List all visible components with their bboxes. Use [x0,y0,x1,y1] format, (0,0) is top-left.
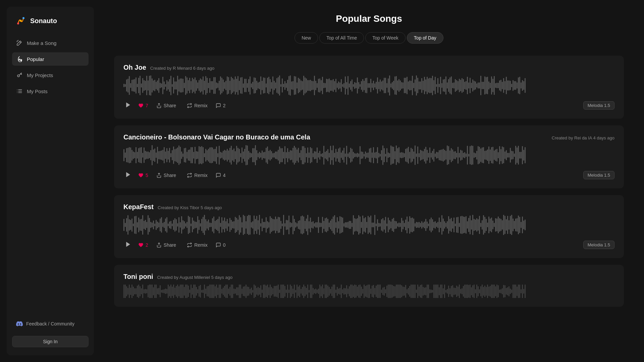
waveform-oh-joe [123,75,614,96]
tab-top-all-time[interactable]: Top of All Time [319,32,364,44]
sidebar-item-my-projects[interactable]: My Projects [12,68,89,82]
popular-label: Popular [27,56,44,62]
remix-label-kepafest: Remix [194,242,208,248]
wand-icon [16,40,23,46]
model-tag-kepafest: Melodia 1.5 [583,241,614,249]
like-count-oh-joe: 7 [146,103,148,108]
song-title-oh-joe: Oh Joe [123,64,146,71]
like-button-kepafest[interactable]: 2 [138,242,148,248]
like-count-kepafest: 2 [146,242,148,248]
share-label-kepafest: Share [164,242,176,248]
like-button-cancioneiro[interactable]: 5 [138,173,148,178]
logo-area: Sonauto [12,15,89,27]
model-tag-oh-joe: Melodia 1.5 [583,101,614,110]
remix-label-cancioneiro: Remix [194,173,208,178]
main-content: Popular Songs New Top of All Time Top of… [94,0,644,362]
song-header-oh-joe: Oh Joe Created by R Menard 6 days ago [123,64,614,71]
sidebar-item-feedback[interactable]: Feedback / Community [12,317,89,330]
like-count-cancioneiro: 5 [146,173,148,178]
comment-count-oh-joe: 2 [223,103,226,108]
sidebar-item-popular[interactable]: Popular [12,52,89,66]
song-header-kepafest: KepaFest Created by Kiss Tibor 5 days ag… [123,203,614,211]
controls-cancioneiro: 5 Share Remix 4 Melodia 1.5 [123,170,614,180]
share-button-kepafest[interactable]: Share [154,241,179,249]
waveform-kepafest [123,215,614,235]
svg-marker-18 [126,172,130,177]
song-card-oh-joe: Oh Joe Created by R Menard 6 days ago 7 … [114,56,624,119]
comment-count-cancioneiro: 4 [223,173,226,178]
comment-button-cancioneiro[interactable]: 4 [216,173,226,178]
tab-top-day[interactable]: Top of Day [407,32,443,44]
comment-button-kepafest[interactable]: 0 [216,242,226,248]
song-title-kepafest: KepaFest [123,203,154,211]
song-meta-toni-poni: Created by August Milleniel 5 days ago [157,275,233,280]
model-tag-cancioneiro: Melodia 1.5 [583,171,614,179]
flame-icon [16,56,23,62]
song-meta-kepafest: Created by Kiss Tibor 5 days ago [158,205,222,210]
song-card-cancioneiro: Cancioneiro - Bolsonaro Vai Cagar no Bur… [114,125,624,188]
svg-marker-20 [126,242,130,247]
share-label-oh-joe: Share [164,103,176,108]
remix-label-oh-joe: Remix [194,103,208,108]
play-button-cancioneiro[interactable] [123,170,133,180]
svg-line-5 [17,41,18,41]
play-button-kepafest[interactable] [123,240,133,250]
sidebar: Sonauto Make a Song Popular My Project [7,7,94,355]
controls-kepafest: 2 Share Remix 0 Melodia 1.5 [123,240,614,250]
make-a-song-label: Make a Song [27,40,56,46]
sidebar-item-my-posts[interactable]: My Posts [12,84,89,98]
tabs-bar: New Top of All Time Top of Week Top of D… [114,32,624,44]
play-button-oh-joe[interactable] [123,100,133,111]
svg-line-4 [19,42,21,43]
remix-button-kepafest[interactable]: Remix [184,241,210,249]
feedback-label: Feedback / Community [26,321,74,326]
share-label-cancioneiro: Share [164,173,176,178]
app-name: Sonauto [30,17,57,25]
tab-top-week[interactable]: Top of Week [365,32,406,44]
song-title-cancioneiro: Cancioneiro - Bolsonaro Vai Cagar no Bur… [123,133,310,141]
key-icon [16,72,23,78]
song-title-toni-poni: Toni poni [123,273,153,281]
sidebar-item-make-a-song[interactable]: Make a Song [12,36,89,50]
controls-oh-joe: 7 Share Remix 2 Melodia 1.5 [123,100,614,111]
list-icon [16,88,23,95]
remix-button-oh-joe[interactable]: Remix [184,102,210,110]
svg-point-1 [17,22,19,24]
svg-marker-16 [126,103,130,108]
waveform-cancioneiro [123,145,614,165]
my-posts-label: My Posts [27,88,48,94]
comment-button-oh-joe[interactable]: 2 [216,103,226,108]
discord-icon [16,320,23,327]
comment-count-kepafest: 0 [223,242,226,248]
tab-new[interactable]: New [294,32,318,44]
app-logo-icon [15,15,27,27]
song-header-toni-poni: Toni poni Created by August Milleniel 5 … [123,273,614,281]
remix-button-cancioneiro[interactable]: Remix [184,171,210,179]
song-card-kepafest: KepaFest Created by Kiss Tibor 5 days ag… [114,195,624,258]
song-meta-oh-joe: Created by R Menard 6 days ago [150,66,215,71]
sign-in-button[interactable]: Sign In [12,336,89,347]
page-title: Popular Songs [114,13,624,24]
svg-point-2 [22,17,24,19]
waveform-toni-poni [123,285,614,298]
svg-point-3 [20,20,22,22]
song-card-toni-poni: Toni poni Created by August Milleniel 5 … [114,265,624,307]
my-projects-label: My Projects [27,72,53,78]
song-meta-cancioneiro: Created by Rei da IA 4 days ago [552,135,614,140]
like-button-oh-joe[interactable]: 7 [138,103,148,108]
share-button-oh-joe[interactable]: Share [154,102,179,110]
share-button-cancioneiro[interactable]: Share [154,171,179,179]
song-header-cancioneiro: Cancioneiro - Bolsonaro Vai Cagar no Bur… [123,133,614,141]
